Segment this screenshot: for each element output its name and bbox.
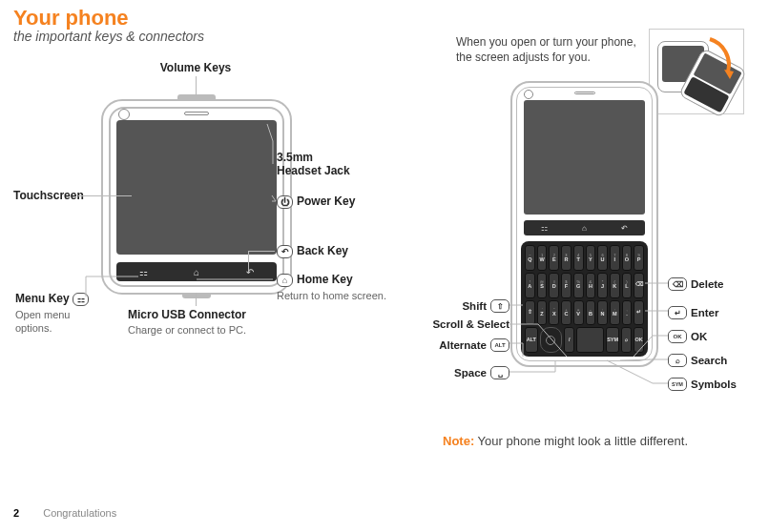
key: (K xyxy=(610,273,620,298)
key: &H xyxy=(586,273,596,298)
page-footer: 2 Congratulations xyxy=(13,507,116,519)
label-menu-key: Menu Key ⚏ Open menu options. xyxy=(15,292,93,335)
label-menu-key-sub: Open menu options. xyxy=(15,308,82,336)
enter-icon: ↵ xyxy=(668,306,687,319)
label-delete: ⌫Delete xyxy=(668,277,724,291)
note-text: Your phone might look a little different… xyxy=(474,434,688,448)
rotation-inset xyxy=(649,29,744,114)
phone-open: ⚏ ⌂ ↶ ~Q1W2E3R4T5Y6U7I8O9P !A@S#D$F%G&H*… xyxy=(510,81,658,367)
power-icon: ⏻ xyxy=(277,195,293,209)
key: ALT xyxy=(525,327,538,353)
svg-marker-1 xyxy=(724,70,734,79)
home-icon: ⌂ xyxy=(564,220,604,235)
label-power-key: ⏻Power Key xyxy=(277,194,355,209)
key: ;N xyxy=(597,300,608,326)
scroll-pad xyxy=(540,327,563,353)
label-ok: OKOK xyxy=(668,330,707,343)
motorola-logo-icon xyxy=(118,109,130,120)
label-home-key: ⌂Home Key Return to home screen. xyxy=(277,273,386,302)
delete-icon: ⌫ xyxy=(668,277,687,291)
key: 6U xyxy=(597,245,608,271)
key: =V xyxy=(573,300,584,326)
home-icon: ⌂ xyxy=(170,262,223,281)
key: 3R xyxy=(561,245,572,271)
motorola-logo-icon xyxy=(524,90,533,99)
key: ⌕ xyxy=(621,327,632,353)
key: ~Q xyxy=(525,245,535,271)
page-subtitle: the important keys & connectors xyxy=(13,29,204,44)
open-note: When you open or turn your phone, the sc… xyxy=(456,34,647,65)
sym-icon: SYM xyxy=(668,378,687,391)
label-usb: Micro USB Connector Charge or connect to… xyxy=(128,308,246,337)
footer-section: Congratulations xyxy=(43,507,116,519)
note-label: Note: xyxy=(443,434,474,448)
label-alternate: AlternateALT xyxy=(422,338,509,352)
label-enter: ↵Enter xyxy=(668,306,718,319)
label-scroll-select: Scroll & Select xyxy=(414,318,509,330)
key: ,. xyxy=(622,300,633,326)
key: SYM xyxy=(606,327,619,353)
key: ⌫ xyxy=(634,273,644,298)
key: ↵ xyxy=(634,300,644,326)
home-key-icon: ⌂ xyxy=(277,274,293,287)
key: 1W xyxy=(537,245,548,271)
key: OK xyxy=(634,327,644,353)
label-headset-jack: 3.5mmHeadset Jack xyxy=(277,151,350,178)
speaker-icon xyxy=(574,92,595,94)
label-touchscreen: Touchscreen xyxy=(13,189,84,202)
key: 4T xyxy=(573,245,584,271)
key: !A xyxy=(525,273,535,298)
key: $F xyxy=(561,273,572,298)
key: 8O xyxy=(622,245,633,271)
nav-bar: ⚏ ⌂ ↶ xyxy=(524,220,645,235)
label-back-key: ↶Back Key xyxy=(277,244,348,258)
key: 'Z xyxy=(537,300,548,326)
label-usb-sub: Charge or connect to PC. xyxy=(128,323,246,337)
phone-front: ⚏ ⌂ ↶ xyxy=(101,99,292,295)
label-shift: Shift⇧ xyxy=(429,299,509,313)
key: )L xyxy=(622,273,633,298)
key: 7I xyxy=(610,245,620,271)
label-search: ⌕Search xyxy=(668,354,727,367)
back-icon: ↶ xyxy=(223,262,277,281)
key: +C xyxy=(561,300,572,326)
touchscreen xyxy=(116,120,277,255)
search-icon: ⌕ xyxy=(668,354,687,367)
key: / xyxy=(564,327,574,353)
alt-icon: ALT xyxy=(490,338,509,352)
back-icon: ↶ xyxy=(605,220,645,235)
key: 2E xyxy=(549,245,559,271)
key: %G xyxy=(573,273,584,298)
menu-key-icon: ⚏ xyxy=(73,293,89,306)
keyboard: ~Q1W2E3R4T5Y6U7I8O9P !A@S#D$F%G&H*J(K)L⌫… xyxy=(521,241,648,357)
key: 5Y xyxy=(586,245,596,271)
key xyxy=(576,327,604,353)
bottom-note: Note: Your phone might look a little dif… xyxy=(443,434,688,448)
page-number: 2 xyxy=(13,507,19,519)
label-space: Space␣ xyxy=(435,366,509,379)
key: @S xyxy=(537,273,548,298)
key: :M xyxy=(610,300,620,326)
key: "X xyxy=(549,300,559,326)
touchscreen xyxy=(524,100,645,215)
menu-icon: ⚏ xyxy=(116,262,170,281)
back-key-icon: ↶ xyxy=(277,245,293,258)
key: *J xyxy=(597,273,608,298)
speaker-icon xyxy=(184,112,209,115)
space-icon: ␣ xyxy=(490,366,509,379)
key: -B xyxy=(586,300,596,326)
label-home-key-sub: Return to home screen. xyxy=(277,289,386,302)
label-symbols: SYMSymbols xyxy=(668,378,737,391)
key: 9P xyxy=(634,245,644,271)
ok-icon: OK xyxy=(668,330,687,343)
nav-bar: ⚏ ⌂ ↶ xyxy=(116,262,277,281)
label-volume-keys: Volume Keys xyxy=(0,61,391,74)
menu-icon: ⚏ xyxy=(524,220,564,235)
key: ⇧ xyxy=(525,300,535,326)
rotate-arrow-icon xyxy=(667,33,734,100)
key: #D xyxy=(549,273,559,298)
shift-icon: ⇧ xyxy=(490,299,509,313)
page-title: Your phone xyxy=(13,6,129,31)
